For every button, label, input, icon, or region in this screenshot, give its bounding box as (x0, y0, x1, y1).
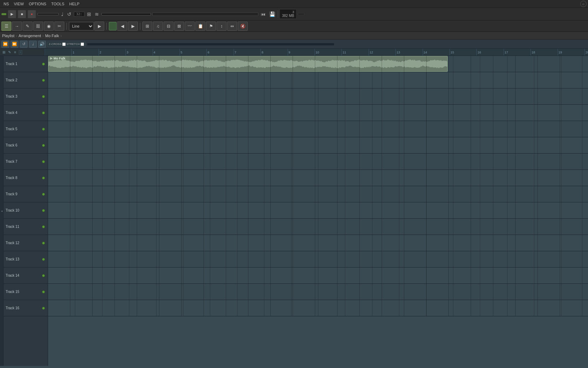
mixer3-btn[interactable]: ⊠ (174, 22, 184, 31)
slip-btn[interactable]: ↕ (217, 22, 227, 31)
track-header-12[interactable]: Track 12 (4, 235, 48, 251)
metronome2-btn[interactable]: ♩ (29, 41, 37, 48)
track-header-7[interactable]: Track 7 (4, 154, 48, 170)
pattern-select-btn[interactable] (109, 22, 117, 30)
track-mute-dot-3[interactable] (42, 95, 45, 98)
pencil-tool-btn[interactable]: ✎ (23, 22, 33, 31)
snap-btn[interactable]: ↺ (20, 41, 28, 48)
track-row-14[interactable] (48, 268, 588, 284)
track-header-8[interactable]: Track 8 (4, 170, 48, 186)
track-header-13[interactable]: Track 13 (4, 251, 48, 268)
track-mute-dot-11[interactable] (42, 225, 45, 228)
track-header-10[interactable]: Track 10 (4, 202, 48, 219)
track-mute-dot-14[interactable] (42, 274, 45, 277)
marker-btn[interactable]: ⚑ (206, 22, 216, 31)
menu-options[interactable]: OPTIONS (27, 1, 48, 7)
metronome-icon[interactable]: ♩ (60, 11, 65, 18)
track-row-10[interactable] (48, 202, 588, 219)
track-header-6[interactable]: Track 6 (4, 137, 48, 154)
track-row-4[interactable] (48, 105, 588, 121)
track-row-11[interactable] (48, 219, 588, 235)
play-button[interactable]: ▶ (8, 10, 16, 18)
track-row-12[interactable] (48, 235, 588, 251)
pattern-prev-btn[interactable]: ◀ (117, 22, 127, 31)
menu-view[interactable]: VIEW (12, 1, 26, 7)
automation-btn[interactable]: 〰 (185, 22, 195, 31)
search-icon[interactable]: ⌕ (580, 1, 587, 7)
mute2-btn[interactable]: 🔇 (238, 22, 248, 31)
track-mute-dot-4[interactable] (42, 111, 45, 114)
breadcrumb-arrangement[interactable]: Arrangement (19, 34, 41, 38)
loop-icon[interactable]: ↺ (66, 11, 72, 18)
left-collapse-btn[interactable]: ◂ (0, 56, 4, 366)
stretch-checkbox[interactable] (81, 42, 84, 46)
track-header-4[interactable]: Track 4 (4, 105, 48, 121)
expand-icon[interactable]: ⊞ (1, 50, 6, 55)
cross-stretch-toggle[interactable]: Z-CROSS STRETCH (47, 42, 86, 47)
track-header-14[interactable]: Track 14 (4, 268, 48, 284)
track-mute-dot-15[interactable] (42, 291, 45, 293)
pen-icon[interactable]: ✎ (7, 50, 12, 55)
track-row-3[interactable] (48, 88, 588, 105)
record-button[interactable]: ● (28, 10, 36, 18)
erase-tool-btn[interactable]: ✂ (54, 22, 64, 31)
breadcrumb-mofalk[interactable]: Mo Falk (45, 34, 59, 38)
zoom-btn[interactable]: ⇔ (227, 22, 237, 31)
group-btn[interactable]: ⊞ (142, 22, 152, 31)
list-icon[interactable]: ≡ (13, 50, 18, 55)
track-header-5[interactable]: Track 5 (4, 121, 48, 137)
track-header-16[interactable]: Track 16 (4, 300, 48, 316)
track-row-8[interactable] (48, 170, 588, 186)
snap-arrow-btn[interactable]: ▶ (94, 22, 104, 31)
track-header-9[interactable]: Track 9 (4, 186, 48, 202)
link-tool-btn[interactable]: ⛓ (33, 22, 43, 31)
snapping-position-bar[interactable] (87, 43, 334, 46)
track-row-2[interactable] (48, 72, 588, 88)
track-mute-dot-10[interactable] (42, 209, 45, 212)
song-mode-button[interactable] (1, 13, 6, 15)
wave-icon[interactable]: ≋ (94, 11, 100, 18)
track-row-7[interactable] (48, 154, 588, 170)
track-row-16[interactable] (48, 300, 588, 316)
piano-btn[interactable]: ♫ (153, 22, 163, 31)
song-position-bar[interactable] (152, 12, 258, 16)
snap-mode-select[interactable]: Line Cell Beat Bar None (69, 22, 94, 30)
track-mute-dot-7[interactable] (42, 160, 45, 163)
track-header-15[interactable]: Track 15 (4, 284, 48, 300)
waveform-clip[interactable]: ⊳ Mo Falk (48, 56, 448, 72)
track-row-6[interactable] (48, 137, 588, 154)
track-mute-dot-6[interactable] (42, 144, 45, 147)
pattern-next-btn[interactable]: ▶ (128, 22, 138, 31)
track-mute-dot-16[interactable] (42, 307, 45, 310)
scroll-left-btn[interactable]: ‹ (19, 50, 22, 54)
bpm-display[interactable] (37, 13, 59, 15)
track-mute-dot-12[interactable] (42, 242, 45, 245)
playlist-view-btn[interactable]: ☰ (1, 22, 11, 31)
track-header-2[interactable]: Track 2 (4, 72, 48, 88)
stop-button[interactable]: ■ (18, 10, 26, 18)
z-cross-checkbox[interactable] (62, 42, 66, 46)
menu-help[interactable]: HELP (67, 1, 82, 7)
menu-tools[interactable]: TOOLS (49, 1, 66, 7)
track-row-5[interactable] (48, 121, 588, 137)
track-row-9[interactable] (48, 186, 588, 202)
track-mute-dot-5[interactable] (42, 128, 45, 131)
forward-btn[interactable]: ⏩ (11, 41, 18, 48)
track-row-15[interactable] (48, 284, 588, 300)
track-mute-dot-8[interactable] (42, 177, 45, 179)
prev-pattern-icon[interactable]: ⏮ (260, 11, 267, 18)
track-header-1[interactable]: Track 1 (4, 56, 48, 72)
track-header-11[interactable]: Track 11 (4, 219, 48, 235)
mixer-icon[interactable]: ⊞ (86, 11, 92, 18)
track-mute-dot-13[interactable] (42, 258, 45, 261)
breadcrumb-playlist[interactable]: Playlist (2, 34, 14, 38)
arrow-tool-btn[interactable]: → (12, 22, 22, 31)
mute-tool-btn[interactable]: ◉ (44, 22, 54, 31)
track-row-13[interactable] (48, 251, 588, 268)
rewind-btn[interactable]: ⏪ (1, 41, 9, 48)
volume-btn[interactable]: 🔊 (38, 41, 46, 48)
menu-ns[interactable]: NS (1, 1, 11, 7)
save-icon[interactable]: 💾 (268, 11, 276, 18)
clipboard-btn[interactable]: 📋 (195, 22, 205, 31)
track-row-1[interactable]: ⊳ Mo Falk (48, 56, 588, 72)
